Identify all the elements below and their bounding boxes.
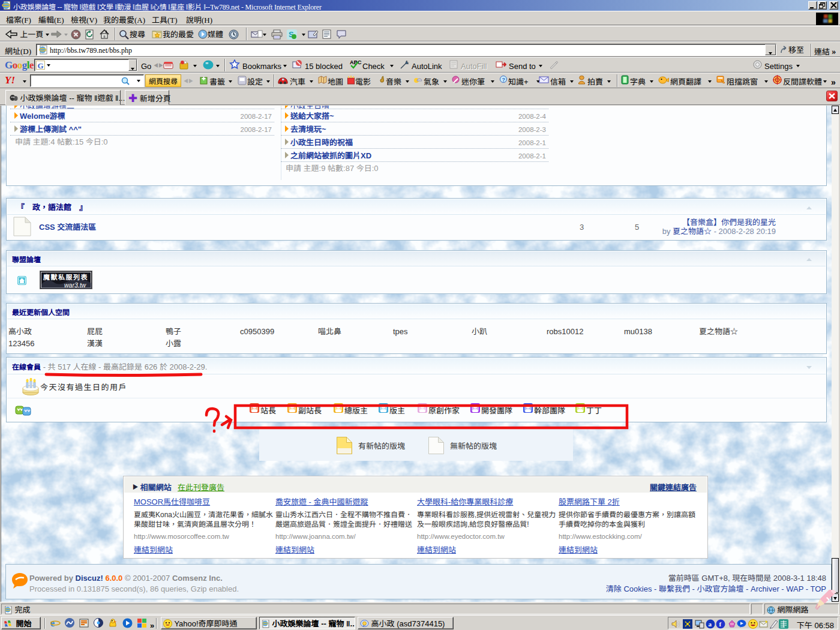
svg-text:e: e <box>50 618 55 628</box>
svg-text:?: ? <box>502 76 506 83</box>
svg-text:f: f <box>719 620 722 628</box>
svg-text:”: ” <box>205 60 209 69</box>
svg-text:a: a <box>709 620 712 628</box>
